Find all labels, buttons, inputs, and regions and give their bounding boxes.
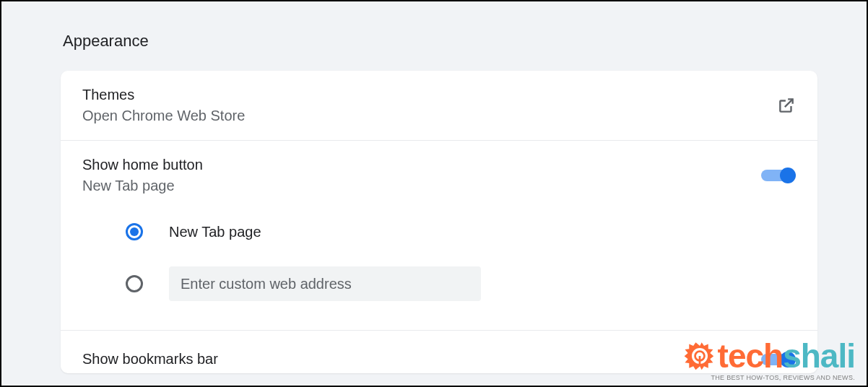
watermark-brand-a: tech [718, 339, 784, 373]
custom-address-input[interactable] [169, 266, 481, 301]
radio-custom[interactable] [126, 275, 143, 292]
watermark-tagline: THE BEST HOW-TOS, REVIEWS AND NEWS. [711, 374, 855, 381]
watermark: techshali THE BEST HOW-TOS, REVIEWS AND … [683, 339, 855, 381]
radio-row-custom [126, 266, 796, 301]
bookmarks-title: Show bookmarks bar [82, 351, 218, 368]
svg-line-0 [785, 99, 793, 107]
themes-subtitle: Open Chrome Web Store [82, 108, 245, 124]
radio-row-new-tab: New Tab page [126, 223, 796, 240]
radio-new-tab-label: New Tab page [169, 224, 261, 240]
home-button-header: Show home button New Tab page [82, 157, 796, 194]
themes-row[interactable]: Themes Open Chrome Web Store [61, 71, 817, 141]
home-button-title: Show home button [82, 157, 203, 173]
watermark-logo: techshali [683, 339, 855, 373]
home-button-section: Show home button New Tab page New Tab pa… [61, 141, 817, 331]
home-button-text: Show home button New Tab page [82, 157, 203, 194]
watermark-brand-b: shali [783, 339, 855, 373]
home-button-toggle[interactable] [761, 168, 796, 183]
themes-text: Themes Open Chrome Web Store [82, 87, 245, 124]
home-button-subtitle: New Tab page [82, 178, 203, 194]
external-link-icon[interactable] [777, 96, 796, 115]
appearance-card: Themes Open Chrome Web Store Show home b… [61, 71, 817, 373]
radio-new-tab[interactable] [126, 223, 143, 240]
home-button-radio-group: New Tab page [82, 223, 796, 301]
gear-icon [683, 339, 716, 373]
toggle-thumb [780, 168, 796, 183]
themes-title: Themes [82, 87, 245, 103]
section-title: Appearance [1, 1, 867, 71]
